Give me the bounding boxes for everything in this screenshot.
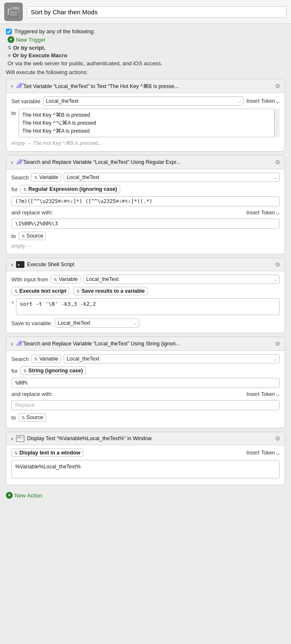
resize-handle-1[interactable]: ⋮ [275,109,280,137]
triggered-checkbox[interactable] [6,29,12,35]
search-variable-select-4[interactable]: Local_theText ⌵ [64,354,280,363]
new-trigger-plus-icon: + [8,36,14,43]
new-action-label[interactable]: New Action [15,492,42,499]
for-type-select-2[interactable]: ⇅ Regular Expression (ignoring case) [20,185,120,193]
empty-preview-1: empty → The Hot Key ^⌘B is pressed... [11,140,280,146]
gear-icon-2[interactable]: ⚙ [275,159,280,166]
will-execute-label: Will execute the following actions: [6,69,285,75]
display-icon [16,435,24,442]
insert-token-btn-display[interactable]: Insert Token ⌵ [246,450,280,456]
to-source-row-4: to ⇅ Source [11,413,280,422]
execute-text-script-select[interactable]: ⇅ Execute text script [11,287,69,295]
macro-icon [4,3,23,21]
insert-token-chevron-4: ⌵ [276,391,280,397]
action-body-4: Search ⇅ Variable Local_theText ⌵ for ⇅ … [6,351,285,428]
action-title-1: Set Variable “Local_theText” to Text “Th… [24,83,272,89]
for-label-2: for [11,186,18,192]
with-input-variable-select[interactable]: Local_theText ⌵ [83,275,280,284]
search-row-2: Search ⇅ Variable Local_theText ⌵ [11,173,280,182]
or-by-script-row[interactable]: ⇅ Or by script. [8,45,285,51]
with-input-type-select[interactable]: ⇅ Variable [51,275,81,283]
x-icon-4: 𝒳 [16,340,21,347]
replace-label-row-4: and replace with: Insert Token ⌵ [11,391,280,397]
insert-token-btn-4[interactable]: Insert Token ⌵ [246,391,280,397]
for-type-select-4[interactable]: ⇅ String (ignoring case) [20,366,86,375]
macro-header [0,0,291,24]
display-type-select[interactable]: ⇅ Display text in a window [11,449,83,457]
insert-token-chevron-display: ⌵ [276,450,280,456]
search-label-4: Search [11,356,29,362]
save-results-arrows: ⇅ [76,289,80,294]
to-type-arrows-2: ⇅ [22,234,25,238]
replace-label-2: and replace with: [11,209,53,216]
action-execute-shell: ∨ ▶ Execute Shell Script ⚙ With input fr… [6,258,285,333]
script-content[interactable]: sort -t '\0' -k3,3 -k2,2 [16,298,280,315]
x-icon-2: 𝒳 [16,158,21,166]
action-search-replace-2: ∨ 𝒳 Search and Replace Variable “Local_t… [6,337,285,428]
new-action-row[interactable]: + New Action [6,489,285,502]
search-variable-select-2[interactable]: Local_theText ⌵ [64,173,280,182]
collapse-arrow-3[interactable]: ∨ [11,262,13,267]
replace-value-input-2[interactable]: \1%00%\2%00%\3 [11,219,280,229]
search-type-select-4[interactable]: ⇅ Variable [31,355,61,363]
for-label-4: for [11,368,18,374]
search-type-arrows-2: ⇅ [34,175,38,180]
to-type-select-2[interactable]: ⇅ Source [19,232,46,240]
triggered-label: Triggered by any of the following: [14,28,95,35]
script-expand-icon: ⇅ [8,45,11,51]
action-title-4: Search and Replace Variable “Local_theTe… [24,341,272,347]
to-content-1[interactable]: The Hot Key ^⌘B is pressed The Hot Key ^… [19,109,275,137]
or-by-macro-label: Or by Execute Macro [13,52,67,59]
save-results-select[interactable]: ⇅ Save results to a variable [73,287,148,295]
new-trigger-label[interactable]: New Trigger [16,37,46,43]
replace-label-row-2: and replace with: Insert Token ⌵ [11,209,280,216]
search-var-chevron-2: ⌵ [274,175,277,180]
display-options-row: ⇅ Display text in a window Insert Token … [11,449,280,457]
save-row: Save to variable: Local_theText ⌵ [11,318,280,328]
collapse-arrow-2[interactable]: ∨ [11,160,13,165]
collapse-arrow-4[interactable]: ∨ [11,342,13,346]
gear-icon-4[interactable]: ⚙ [275,340,280,347]
action-header-display: ∨ Display Text “%Variable%Local_theText%… [6,432,285,445]
to-type-select-4[interactable]: ⇅ Source [19,413,46,422]
macro-chevron-icon: ∨ [8,53,11,58]
new-trigger-row[interactable]: + New Trigger [8,36,285,43]
regex-input-2[interactable]: (?m)([^^\u2325⌘⇧⌘⌥⇧]*) ([^^\u2325⌘⇧⌘⌥⇧]*… [11,196,280,206]
variable-name-select-1[interactable]: Local_theText ⌵ [43,96,244,106]
search-type-arrows-4: ⇅ [34,357,38,361]
gear-icon-display[interactable]: ⚙ [275,435,280,442]
script-collapse-arrow[interactable]: ∨ [11,298,14,305]
insert-token-btn-1[interactable]: Insert Token ⌵ [246,98,280,104]
new-action-plus-icon: + [6,492,13,499]
set-variable-row: Set variable Local_theText ⌵ Insert Toke… [11,96,280,106]
to-type-arrows-4: ⇅ [22,415,25,420]
action-set-variable-1: ∨ 𝒳 Set Variable “Local_theText” to Text… [6,79,285,152]
action-title-2: Search and Replace Variable “Local_theTe… [24,159,272,165]
action-body-shell: With input from ⇅ Variable Local_theText… [6,271,285,333]
search-type-select-2[interactable]: ⇅ Variable [31,173,61,182]
action-search-replace-1: ∨ 𝒳 Search and Replace Variable “Local_t… [6,155,285,254]
search-string-input-4[interactable]: %00% [11,378,280,388]
collapse-arrow-5[interactable]: ∨ [11,436,13,441]
action-body-display: ⇅ Display text in a window Insert Token … [6,445,285,485]
display-content-area[interactable]: %Variable%Local_theText% [11,460,280,478]
collapse-arrow-1[interactable]: ∨ [11,84,13,88]
triggered-by-row: Triggered by any of the following: [6,28,285,35]
or-by-macro-row[interactable]: ∨ Or by Execute Macro [8,52,285,59]
script-area: ∨ sort -t '\0' -k3,3 -k2,2 [11,298,280,315]
action-body-1: Set variable Local_theText ⌵ Insert Toke… [6,93,285,151]
replace-input-4[interactable]: Replace [11,400,280,410]
insert-token-btn-2[interactable]: Insert Token ⌵ [246,209,280,216]
action-title-display: Display Text “%Variable%Local_theText%” … [27,436,272,441]
variable-chevron-1: ⌵ [238,99,241,104]
action-title-shell: Execute Shell Script [27,262,272,267]
gear-icon-1[interactable]: ⚙ [275,83,280,89]
with-input-arrows: ⇅ [54,277,57,282]
gear-icon-shell[interactable]: ⚙ [275,261,280,268]
to-label-4: to [11,414,16,421]
macro-title-input[interactable] [27,6,287,18]
save-variable-select[interactable]: Local_theText ⌵ [55,318,139,328]
to-label-1: to [11,109,16,116]
svg-rect-2 [9,10,18,17]
action-header-search-replace-1: ∨ 𝒳 Search and Replace Variable “Local_t… [6,155,285,169]
